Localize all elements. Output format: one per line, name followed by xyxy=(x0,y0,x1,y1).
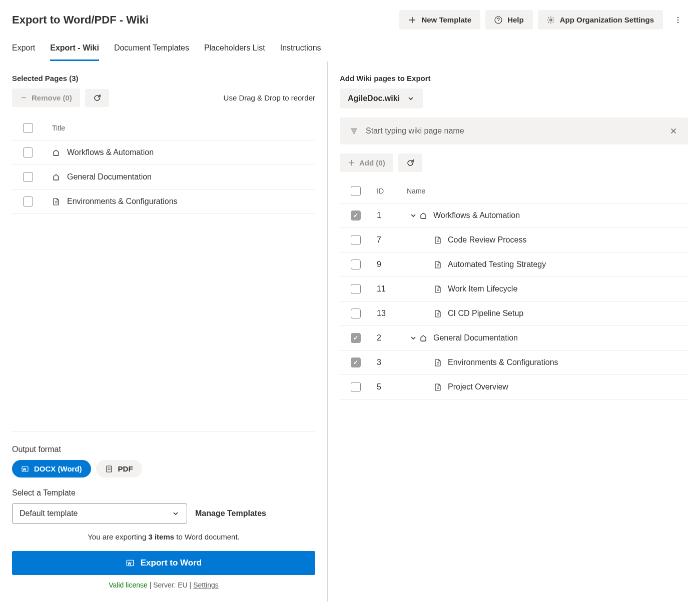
wiki-page-row[interactable]: 13 CI CD Pipeline Setup xyxy=(340,302,688,326)
tab-instructions[interactable]: Instructions xyxy=(280,40,321,61)
select-all-checkbox[interactable] xyxy=(23,123,33,133)
row-checkbox[interactable] xyxy=(351,358,361,368)
gear-icon xyxy=(547,16,555,24)
plus-icon xyxy=(408,16,416,24)
filter-icon xyxy=(350,127,358,135)
column-title: Title xyxy=(52,124,65,132)
row-checkbox[interactable] xyxy=(351,333,361,343)
tab-export[interactable]: Export xyxy=(12,40,35,61)
help-button[interactable]: Help xyxy=(485,10,533,30)
word-icon xyxy=(21,465,29,473)
chevron-down-icon xyxy=(172,510,180,518)
row-checkbox[interactable] xyxy=(23,172,33,182)
add-wiki-pages-label: Add Wiki pages to Export xyxy=(340,74,688,82)
plus-icon xyxy=(348,159,355,166)
row-title: General Documentation xyxy=(67,172,152,182)
wiki-page-row[interactable]: 5 Project Overview xyxy=(340,375,688,400)
output-format-label: Output format xyxy=(12,445,315,454)
wiki-name: AgileDoc.wiki xyxy=(348,94,400,103)
wiki-page-row[interactable]: 11 Work Item Lifecycle xyxy=(340,277,688,302)
page-icon xyxy=(434,358,442,366)
row-id: 11 xyxy=(377,284,407,294)
wiki-page-row[interactable]: 1 Workflows & Automation xyxy=(340,204,688,228)
footer-links: Valid license | Server: EU | Settings xyxy=(12,581,315,589)
select-template-label: Select a Template xyxy=(12,488,315,498)
chevron-down-icon xyxy=(407,94,415,102)
selected-pages-label: Selected Pages (3) xyxy=(12,74,315,82)
search-input[interactable] xyxy=(366,126,669,136)
export-info: You are exporting 3 items to Word docume… xyxy=(12,532,315,541)
wiki-selector[interactable]: AgileDoc.wiki xyxy=(340,88,423,108)
row-name: General Documentation xyxy=(433,334,518,342)
wiki-icon xyxy=(52,148,60,156)
export-to-word-button[interactable]: Export to Word xyxy=(12,551,315,575)
page-icon xyxy=(434,260,442,268)
row-title: Workflows & Automation xyxy=(67,148,154,157)
template-select[interactable]: Default template xyxy=(12,504,187,524)
selected-table-header: Title xyxy=(12,118,315,140)
row-id: 2 xyxy=(377,334,407,342)
expand-toggle[interactable] xyxy=(407,334,419,342)
more-menu-button[interactable] xyxy=(668,12,688,28)
more-vertical-icon xyxy=(674,16,682,24)
row-id: 9 xyxy=(377,260,407,269)
row-name: Work Item Lifecycle xyxy=(448,284,517,294)
wiki-icon xyxy=(419,334,427,342)
row-checkbox[interactable] xyxy=(23,196,33,206)
word-icon xyxy=(126,558,135,568)
wiki-page-row[interactable]: 9 Automated Testing Strategy xyxy=(340,252,688,277)
page-icon xyxy=(52,198,60,206)
tab-bar: Export Export - Wiki Document Templates … xyxy=(0,34,700,62)
row-checkbox[interactable] xyxy=(351,284,361,294)
tab-document-templates[interactable]: Document Templates xyxy=(114,40,189,61)
row-name: Environments & Configurations xyxy=(448,358,558,367)
select-all-wiki-checkbox[interactable] xyxy=(351,186,361,196)
column-id: ID xyxy=(377,187,407,195)
selected-page-row[interactable]: Workflows & Automation xyxy=(12,140,315,165)
row-name: Automated Testing Strategy xyxy=(448,260,546,269)
manage-templates-link[interactable]: Manage Templates xyxy=(195,509,266,518)
row-name: Workflows & Automation xyxy=(433,211,520,220)
wiki-page-row[interactable]: 7 Code Review Process xyxy=(340,228,688,252)
row-id: 13 xyxy=(377,309,407,318)
row-id: 3 xyxy=(377,358,407,367)
search-box[interactable] xyxy=(340,118,688,144)
row-checkbox[interactable] xyxy=(351,210,361,220)
selected-page-row[interactable]: General Documentation xyxy=(12,165,315,190)
template-value: Default template xyxy=(20,509,78,518)
help-icon xyxy=(494,16,502,24)
reorder-hint: Use Drag & Drop to reorder xyxy=(224,94,315,102)
row-checkbox[interactable] xyxy=(351,235,361,245)
tab-placeholders-list[interactable]: Placeholders List xyxy=(204,40,265,61)
page-icon xyxy=(434,285,442,293)
remove-button[interactable]: Remove (0) xyxy=(12,88,80,107)
wiki-icon xyxy=(52,173,60,181)
refresh-wiki-button[interactable] xyxy=(398,154,422,172)
column-name: Name xyxy=(407,187,425,195)
wiki-page-row[interactable]: 3 Environments & Configurations xyxy=(340,350,688,375)
new-template-button[interactable]: New Template xyxy=(399,10,480,30)
row-checkbox[interactable] xyxy=(351,308,361,318)
row-checkbox[interactable] xyxy=(23,148,33,158)
refresh-icon xyxy=(406,159,414,167)
refresh-selected-button[interactable] xyxy=(85,89,109,107)
row-checkbox[interactable] xyxy=(351,382,361,392)
row-checkbox[interactable] xyxy=(351,260,361,270)
format-pdf-pill[interactable]: PDF xyxy=(96,460,142,478)
clear-search-icon[interactable] xyxy=(669,126,678,136)
row-name: Project Overview xyxy=(448,382,508,392)
selected-page-row[interactable]: Environments & Configurations xyxy=(12,190,315,214)
wiki-table-header: ID Name xyxy=(340,181,688,204)
page-icon xyxy=(434,236,442,244)
valid-license-text: Valid license xyxy=(109,581,148,589)
settings-link[interactable]: Settings xyxy=(193,581,219,589)
app-org-settings-button[interactable]: App Organization Settings xyxy=(538,10,663,30)
expand-toggle[interactable] xyxy=(407,212,419,220)
tab-export-wiki[interactable]: Export - Wiki xyxy=(50,40,99,61)
wiki-page-row[interactable]: 2 General Documentation xyxy=(340,326,688,350)
row-name: CI CD Pipeline Setup xyxy=(448,309,523,318)
refresh-icon xyxy=(93,94,101,102)
row-id: 1 xyxy=(377,211,407,220)
format-docx-pill[interactable]: DOCX (Word) xyxy=(12,460,91,478)
add-button[interactable]: Add (0) xyxy=(340,154,393,172)
